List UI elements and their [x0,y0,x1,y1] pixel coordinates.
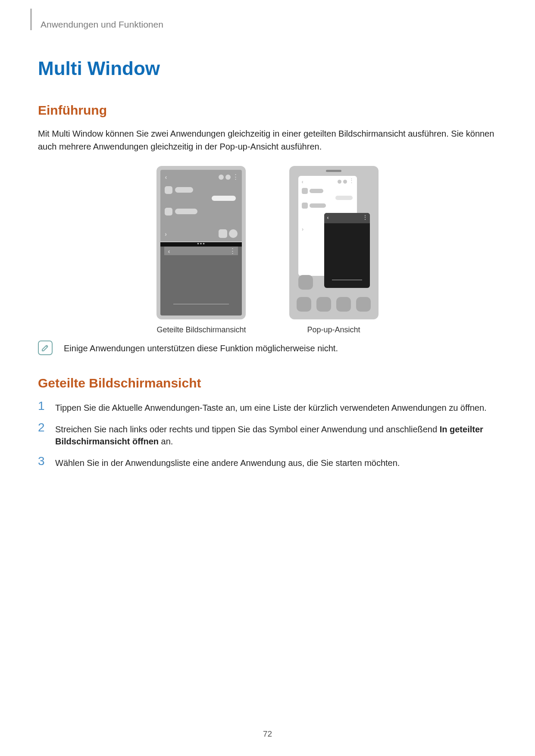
page-title: Multi Window [38,58,497,79]
popup-phone-inner: ‹ ⋮ ‹ ‹ ⋮ [293,170,375,316]
placeholder-line [310,203,326,208]
more-vertical-icon: ⋮ [232,172,238,181]
note-callout: Einige Anwendungen unterstützen diese Fu… [38,342,497,355]
placeholder-icon [302,188,308,194]
phone-dock [293,293,375,316]
split-bottom-app: ‹ ⋮ [160,247,242,316]
split-divider-handle [160,242,242,247]
page-content: Anwendungen und Funktionen Multi Window … [0,0,535,494]
breadcrumb: Anwendungen und Funktionen [41,19,497,30]
step-text-segment: an. [159,437,173,446]
placeholder-line [332,280,362,280]
status-dot-icon [219,175,224,180]
phone-mockup-popup: ‹ ⋮ ‹ ‹ ⋮ [289,166,379,319]
bottom-app-toolbar: ‹ ⋮ [164,247,238,255]
chevron-right-icon: ‹ [165,230,167,237]
step-item: 3 Wählen Sie in der Anwendungsliste eine… [38,455,497,469]
popup-titlebar: ‹ ⋮ [324,213,370,223]
placeholder-icon [165,208,172,216]
figure-split-screen: ‹ ⋮ ‹ ‹ ⋮ [156,166,246,334]
step-text: Streichen Sie nach links oder rechts und… [55,422,497,447]
phone-mockup-split: ‹ ⋮ ‹ ‹ ⋮ [156,166,246,319]
placeholder-line [175,209,197,214]
placeholder-icon [165,186,172,194]
step-text-segment: Streichen Sie nach links oder rechts und… [55,425,440,434]
split-top-app: ‹ ⋮ ‹ [160,170,242,241]
dock-app-icon [316,297,331,312]
popup-window: ‹ ⋮ [324,213,370,288]
chevron-left-icon: ‹ [327,215,329,221]
phone-notch [326,170,341,172]
chevron-left-icon: ‹ [302,178,303,185]
step-number: 3 [38,455,48,469]
more-vertical-icon: ⋮ [229,247,235,256]
chevron-left-icon: ‹ [165,173,167,181]
home-app-icon [298,275,313,290]
step-text: Wählen Sie in der Anwendungsliste eine a… [55,455,400,469]
section-split-heading: Geteilte Bildschirmansicht [38,376,497,390]
step-text: Tippen Sie die Aktuelle Anwendungen-Tast… [55,400,487,414]
placeholder-line [173,304,229,304]
step-number: 1 [38,400,48,414]
more-vertical-icon: ⋮ [349,177,354,184]
figure-caption: Pop-up-Ansicht [289,325,379,334]
figures-row: ‹ ⋮ ‹ ‹ ⋮ [38,166,497,334]
placeholder-line [310,189,323,193]
chevron-left-icon: ‹ [168,247,170,255]
section-intro-heading: Einführung [38,103,497,118]
dock-app-icon [297,297,311,312]
placeholder-icon [219,229,227,238]
status-dot-icon [343,180,347,184]
figure-popup: ‹ ⋮ ‹ ‹ ⋮ [289,166,379,334]
steps-list: 1 Tippen Sie die Aktuelle Anwendungen-Ta… [38,400,497,469]
placeholder-icon [229,229,238,238]
dock-app-icon [336,297,351,312]
placeholder-line [175,187,193,193]
page-number: 72 [263,729,272,739]
placeholder-icon [302,203,308,209]
pencil-note-icon [41,344,50,352]
step-number: 2 [38,422,48,447]
note-text: Einige Anwendungen unterstützen diese Fu… [64,342,338,353]
note-icon [38,341,53,355]
status-dot-icon [338,180,341,184]
step-item: 1 Tippen Sie die Aktuelle Anwendungen-Ta… [38,400,497,414]
header-rule [30,9,32,30]
step-item: 2 Streichen Sie nach links oder rechts u… [38,422,497,447]
placeholder-line [335,196,353,200]
placeholder-line [212,196,236,201]
figure-caption: Geteilte Bildschirmansicht [156,325,246,334]
intro-paragraph: Mit Multi Window können Sie zwei Anwendu… [38,127,497,153]
more-vertical-icon: ⋮ [362,214,367,221]
chevron-right-icon: ‹ [302,226,303,232]
status-dot-icon [225,175,231,180]
dock-app-icon [356,297,371,312]
